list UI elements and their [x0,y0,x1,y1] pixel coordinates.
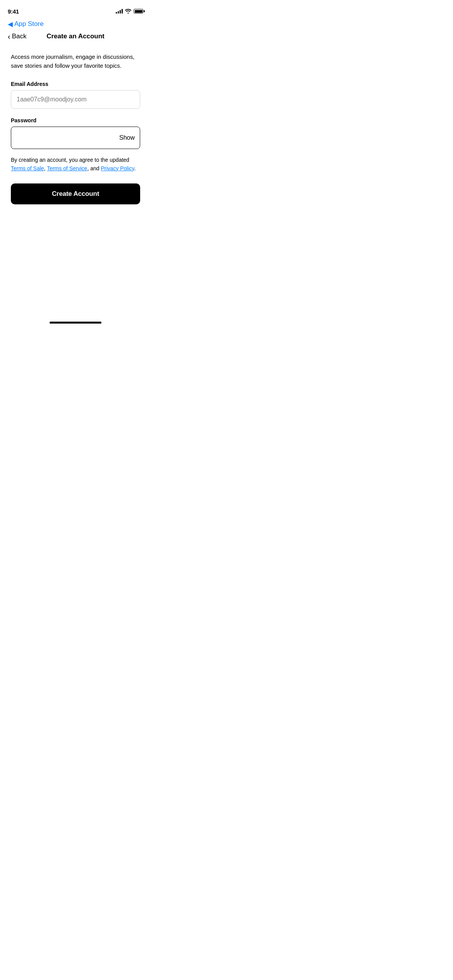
signal-icon [116,9,123,14]
page-title: Create an Account [46,33,105,40]
app-store-back-chevron: ◀ [8,20,13,28]
app-store-label[interactable]: App Store [14,20,44,28]
content-area: Access more journalism, engage in discus… [0,45,151,204]
app-store-nav[interactable]: ◀ App Store [0,17,151,29]
email-field-group: Email Address [11,81,140,117]
status-time: 9:41 [8,8,19,15]
terms-suffix: . [134,165,136,171]
wifi-icon [125,9,131,14]
terms-prefix: By creating an account, you agree to the… [11,157,129,163]
comma1: , [44,165,47,171]
privacy-policy-link[interactable]: Privacy Policy [101,165,134,171]
status-icons [116,9,143,14]
and-text: , and [87,165,101,171]
password-field-wrapper: Show [11,127,140,149]
show-password-button[interactable]: Show [119,134,135,141]
terms-of-sale-link[interactable]: Terms of Sale [11,165,44,171]
email-input[interactable] [11,90,140,109]
terms-text: By creating an account, you agree to the… [11,156,140,173]
status-bar: 9:41 [0,0,151,17]
subtitle-text: Access more journalism, engage in discus… [11,53,140,70]
back-button[interactable]: ‹ Back [8,33,26,40]
home-indicator [50,322,101,324]
battery-icon [134,9,143,14]
back-chevron-icon: ‹ [8,33,10,40]
terms-of-service-link[interactable]: Terms of Service [47,165,87,171]
back-button-label: Back [12,33,27,40]
password-label: Password [11,117,140,123]
email-label: Email Address [11,81,140,87]
nav-bar: ‹ Back Create an Account [0,29,151,45]
create-account-button[interactable]: Create Account [11,183,140,204]
password-field-group: Password Show [11,117,140,149]
